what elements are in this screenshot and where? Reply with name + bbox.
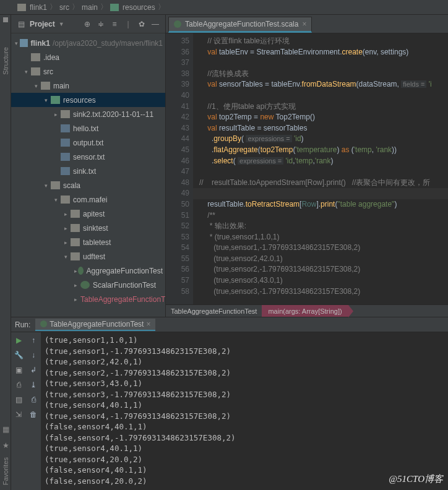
- project-title: Project: [30, 20, 55, 28]
- locate-icon[interactable]: ⊕: [82, 19, 92, 29]
- grid-icon[interactable]: ▦: [2, 425, 9, 434]
- tree-node[interactable]: ▾main: [11, 79, 165, 93]
- editor-breadcrumb: TableAggregateFunctionTest main(args: Ar…: [166, 304, 448, 317]
- tree-node[interactable]: ▸tabletest: [11, 235, 165, 249]
- hide-icon[interactable]: —: [150, 19, 160, 29]
- editor-tabs: TableAggregateFunctionTest.scala ×: [166, 15, 448, 33]
- run-header: Run: TableAggregateFunctionTest ×: [11, 317, 448, 332]
- cls-icon: [78, 267, 84, 275]
- tree-node[interactable]: ▸apitest: [11, 207, 165, 221]
- dir-icon: [61, 196, 70, 204]
- tree-node[interactable]: ▾resources: [11, 93, 165, 107]
- crumb-method[interactable]: main(args: Array[String]): [262, 305, 348, 317]
- crumb-1[interactable]: src: [59, 3, 69, 12]
- bookmark-icon[interactable]: ★: [2, 441, 9, 450]
- dir-icon: [71, 210, 80, 218]
- code-lines[interactable]: // 设置flink table运行环境 val tableEnv = Stre…: [193, 33, 448, 304]
- left-tool-strip: Structure: [0, 15, 11, 490]
- scroll-end-icon[interactable]: ⤓: [30, 380, 37, 389]
- project-tool-window: ▤ Project ▼ ⊕ ≑ ≡ | ✿ — ▾ flink1 /opt/ja…: [11, 15, 166, 317]
- file-icon: [61, 153, 70, 161]
- project-strip-icon[interactable]: [3, 17, 8, 22]
- editor-area: TableAggregateFunctionTest.scala × 35363…: [166, 15, 448, 317]
- run-tab-label: TableAggregateFunctionTest: [50, 320, 144, 329]
- project-header: ▤ Project ▼ ⊕ ≑ ≡ | ✿ —: [11, 15, 165, 33]
- dir-icon: [31, 67, 40, 75]
- rerun-icon[interactable]: ▶: [14, 336, 23, 345]
- file-icon: [61, 167, 70, 175]
- wrench-icon[interactable]: 🔧: [14, 351, 23, 359]
- collapse-icon[interactable]: ≡: [110, 19, 119, 29]
- tree-root[interactable]: ▾ flink1 /opt/java2020_study/maven/flink…: [11, 36, 165, 50]
- print-icon[interactable]: ⎙: [32, 395, 36, 404]
- tree-node[interactable]: .idea: [11, 50, 165, 64]
- dir-icon: [51, 181, 60, 189]
- run-second-toolbar: ↑ ↓ ↲ ⤓ ⎙ 🗑: [26, 332, 41, 490]
- layout-icon[interactable]: ▤: [14, 395, 23, 404]
- tree-node[interactable]: ▾com.mafei: [11, 192, 165, 207]
- tree-node[interactable]: ▾scala: [11, 178, 165, 192]
- tree-node[interactable]: sink.txt: [11, 164, 165, 178]
- project-select-icon[interactable]: ▤: [16, 19, 26, 29]
- module-icon: [17, 4, 26, 11]
- down-icon[interactable]: ↓: [32, 351, 35, 359]
- code-editor[interactable]: 3536373839404142434445464748495051525354…: [166, 33, 448, 304]
- tree-node[interactable]: ▸ScalarFunctionTest: [11, 278, 165, 292]
- up-icon[interactable]: ↑: [32, 336, 35, 345]
- tree-node[interactable]: output.txt: [11, 135, 165, 150]
- bottom-left-strip: ▦ ★ Favorites: [0, 425, 11, 490]
- editor-tab-label: TableAggregateFunctionTest.scala: [185, 20, 298, 28]
- breadcrumb: flink1 〉 src 〉 main 〉 resources 〉: [0, 0, 448, 15]
- crumb-3[interactable]: resources: [123, 3, 155, 12]
- gear-icon[interactable]: ✿: [137, 19, 147, 29]
- dir-icon: [31, 53, 40, 61]
- module-icon: [20, 39, 27, 47]
- tree-node[interactable]: ▾src: [11, 64, 165, 79]
- file-icon: [61, 124, 70, 132]
- tree-node[interactable]: hello.txt: [11, 121, 165, 135]
- console-output[interactable]: (true,sensor1,1.0,1) (true,sensor1,-1.79…: [41, 332, 448, 490]
- close-run-tab-icon[interactable]: ×: [146, 320, 150, 329]
- run-label: Run:: [15, 320, 30, 329]
- structure-tab[interactable]: Structure: [2, 47, 9, 75]
- clear-icon[interactable]: 🗑: [30, 410, 37, 419]
- soft-wrap-icon[interactable]: ↲: [30, 366, 37, 374]
- dump-icon[interactable]: ⎙: [14, 380, 23, 389]
- tree-node[interactable]: sensor.txt: [11, 150, 165, 164]
- dir-icon: [41, 82, 50, 90]
- run-tool-window: Run: TableAggregateFunctionTest × ▶ 🔧 ▣ …: [11, 317, 448, 490]
- tree-node[interactable]: ▸TableAggregateFunctionT: [11, 292, 165, 306]
- scala-file-icon: [174, 20, 181, 28]
- favorites-tab[interactable]: Favorites: [2, 457, 9, 485]
- cls-icon: [80, 281, 90, 289]
- run-config-icon: [40, 320, 47, 327]
- pin-icon[interactable]: ⇲: [14, 410, 23, 419]
- folder-icon: [110, 4, 119, 11]
- tree-node[interactable]: ▾udftest: [11, 249, 165, 264]
- crumb-2[interactable]: main: [82, 3, 98, 12]
- pkg-icon: [51, 96, 60, 104]
- run-left-toolbar: ▶ 🔧 ▣ ⎙ ▤ ⇲: [11, 332, 26, 490]
- close-tab-icon[interactable]: ×: [302, 20, 306, 28]
- dir-icon: [71, 252, 80, 260]
- dir-icon: [71, 224, 80, 232]
- run-tab[interactable]: TableAggregateFunctionTest ×: [35, 319, 155, 331]
- stop-disabled-icon[interactable]: ▣: [14, 366, 23, 374]
- editor-tab[interactable]: TableAggregateFunctionTest.scala ×: [168, 17, 312, 33]
- dir-icon: [61, 110, 70, 118]
- tree-node[interactable]: ▸sink2.txt.2020-11-01--11: [11, 107, 165, 121]
- tree-node[interactable]: ▸AggregateFunctionTest: [11, 264, 165, 278]
- crumb-0[interactable]: flink1: [30, 3, 47, 12]
- dir-icon: [71, 238, 80, 246]
- file-icon: [61, 139, 70, 147]
- crumb-class[interactable]: TableAggregateFunctionTest: [166, 307, 262, 315]
- project-tree[interactable]: ▾ flink1 /opt/java2020_study/maven/flink…: [11, 33, 165, 317]
- gutter: 3536373839404142434445464748495051525354…: [166, 33, 193, 304]
- tree-node[interactable]: ▸sinktest: [11, 221, 165, 235]
- expand-icon[interactable]: ≑: [96, 19, 106, 29]
